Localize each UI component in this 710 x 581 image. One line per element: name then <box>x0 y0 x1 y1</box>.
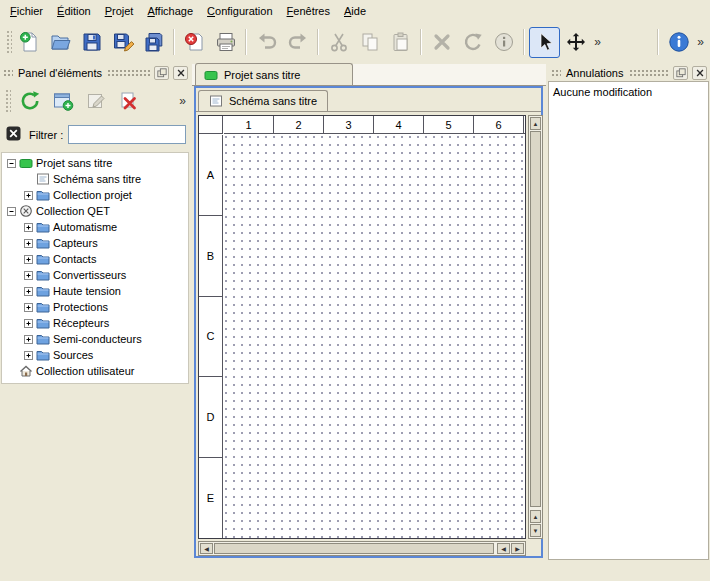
tree-item-convertisseurs[interactable]: Convertisseurs <box>2 267 188 283</box>
tree-item-recepteurs[interactable]: Récepteurs <box>2 315 188 331</box>
rotate-button[interactable] <box>457 27 488 58</box>
new-element-button[interactable] <box>47 86 78 117</box>
diagram-canvas[interactable]: 1 2 3 4 5 6 A B C D E <box>198 115 526 539</box>
vertical-scrollbar[interactable]: ▲ ▲ ▼ <box>528 115 543 539</box>
menu-configuration[interactable]: Configuration <box>200 2 279 21</box>
scroll-down-button[interactable]: ▼ <box>530 524 541 537</box>
float-dock-button[interactable] <box>154 66 169 80</box>
menu-affichage[interactable]: Affichage <box>140 2 200 21</box>
panel-toolbar-overflow-button[interactable]: » <box>176 86 189 116</box>
elements-panel-titlebar[interactable]: Panel d'éléments <box>0 64 191 81</box>
tab-projet-sans-titre[interactable]: Projet sans titre <box>195 63 353 85</box>
expander-minus-icon[interactable] <box>7 159 16 168</box>
toolbar-grip[interactable] <box>4 88 11 114</box>
diagram-tab-bar: Schéma sans titre <box>196 88 541 112</box>
dock-handle[interactable] <box>551 69 561 77</box>
tree-item-automatisme[interactable]: Automatisme <box>2 219 188 235</box>
expander-plus-icon[interactable] <box>24 191 33 200</box>
project-window: Schéma sans titre 1 2 3 4 5 6 A <box>194 86 543 558</box>
tree-item-haute-tension[interactable]: Haute tension <box>2 283 188 299</box>
tree-item-collection-projet[interactable]: Collection projet <box>2 187 188 203</box>
undo-panel-titlebar[interactable]: Annulations <box>548 64 710 81</box>
edit-element-button[interactable] <box>80 86 111 117</box>
undo-history-list[interactable]: Aucune modification <box>548 81 709 560</box>
scroll-up-button[interactable]: ▲ <box>530 117 541 130</box>
menu-projet[interactable]: Projet <box>98 2 141 21</box>
scroll-left-button[interactable]: ◀ <box>200 543 213 554</box>
expander-plus-icon[interactable] <box>24 223 33 232</box>
tree-item-sources[interactable]: Sources <box>2 347 188 363</box>
menu-edition[interactable]: Édition <box>50 2 98 21</box>
float-dock-button[interactable] <box>673 66 688 80</box>
expander-plus-icon[interactable] <box>24 335 33 344</box>
dock-handle[interactable] <box>107 69 150 77</box>
paste-button[interactable] <box>385 27 416 58</box>
about-button[interactable] <box>663 27 694 58</box>
menu-fenetres[interactable]: Fenêtres <box>280 2 337 21</box>
redo-button[interactable] <box>282 27 313 58</box>
toolbar-grip[interactable] <box>5 29 12 55</box>
qet-collection-icon <box>19 204 33 218</box>
expander-plus-icon[interactable] <box>24 303 33 312</box>
dock-handle[interactable] <box>3 69 13 77</box>
save-all-button[interactable] <box>138 27 169 58</box>
undo-button[interactable] <box>251 27 282 58</box>
new-project-button[interactable] <box>14 27 45 58</box>
horizontal-scrollbar-thumb[interactable] <box>214 543 494 554</box>
clear-filter-button[interactable] <box>5 124 24 145</box>
menu-aide[interactable]: Aide <box>337 2 373 21</box>
column-header: 5 <box>424 116 474 133</box>
scroll-up-button-2[interactable]: ▲ <box>530 510 541 523</box>
expander-minus-icon[interactable] <box>7 207 16 216</box>
scroll-right-button[interactable]: ▶ <box>511 543 524 554</box>
horizontal-scrollbar[interactable]: ◀ ◀ ▶ <box>198 541 526 556</box>
tree-item-semi-conducteurs[interactable]: Semi-conducteurs <box>2 331 188 347</box>
open-project-button[interactable] <box>45 27 76 58</box>
diagram-grid[interactable] <box>224 135 525 538</box>
close-dock-button[interactable] <box>692 66 707 80</box>
save-as-button[interactable] <box>107 27 138 58</box>
tree-item-protections[interactable]: Protections <box>2 299 188 315</box>
expander-plus-icon[interactable] <box>24 319 33 328</box>
close-project-button[interactable] <box>179 27 210 58</box>
toolbar-separator <box>523 29 525 55</box>
toolbar-overflow-button-2[interactable]: » <box>694 27 707 57</box>
tree-item-projet-sans-titre[interactable]: Projet sans titre <box>2 155 188 171</box>
expander-plus-icon[interactable] <box>24 271 33 280</box>
expander-plus-icon[interactable] <box>24 239 33 248</box>
delete-x-icon <box>431 31 453 53</box>
expander-plus-icon[interactable] <box>24 351 33 360</box>
expander-plus-icon[interactable] <box>24 287 33 296</box>
tree-item-collection-qet[interactable]: Collection QET <box>2 203 188 219</box>
toolbar-separator <box>420 29 422 55</box>
print-button[interactable] <box>210 27 241 58</box>
menu-fichier[interactable]: Fichier <box>3 2 50 21</box>
copy-button[interactable] <box>354 27 385 58</box>
reload-collections-button[interactable] <box>14 86 45 117</box>
cut-button[interactable] <box>323 27 354 58</box>
save-button[interactable] <box>76 27 107 58</box>
project-icon <box>204 68 218 82</box>
element-info-button[interactable] <box>488 27 519 58</box>
toolbar-separator <box>173 29 175 55</box>
info-gray-icon <box>493 31 515 53</box>
tree-item-schema-sans-titre[interactable]: Schéma sans titre <box>2 171 188 187</box>
expander-plus-icon[interactable] <box>24 255 33 264</box>
dock-handle[interactable] <box>629 69 670 77</box>
tree-item-collection-utilisateur[interactable]: Collection utilisateur <box>2 363 188 379</box>
tree-item-contacts[interactable]: Contacts <box>2 251 188 267</box>
filter-input[interactable] <box>68 125 186 144</box>
select-mode-button[interactable] <box>529 27 560 58</box>
delete-button[interactable] <box>426 27 457 58</box>
elements-tree[interactable]: Projet sans titre Schéma sans titre Coll… <box>1 152 189 384</box>
toolbar-separator <box>657 29 659 55</box>
vertical-scrollbar-thumb[interactable] <box>530 131 541 507</box>
scroll-left-button-2[interactable]: ◀ <box>497 543 510 554</box>
pan-mode-button[interactable] <box>560 27 591 58</box>
toolbar-overflow-button[interactable]: » <box>591 27 604 57</box>
delete-element-button[interactable] <box>113 86 144 117</box>
close-dock-button[interactable] <box>173 66 188 80</box>
tab-schema-sans-titre[interactable]: Schéma sans titre <box>198 90 328 111</box>
tree-item-capteurs[interactable]: Capteurs <box>2 235 188 251</box>
close-document-icon <box>184 31 206 53</box>
